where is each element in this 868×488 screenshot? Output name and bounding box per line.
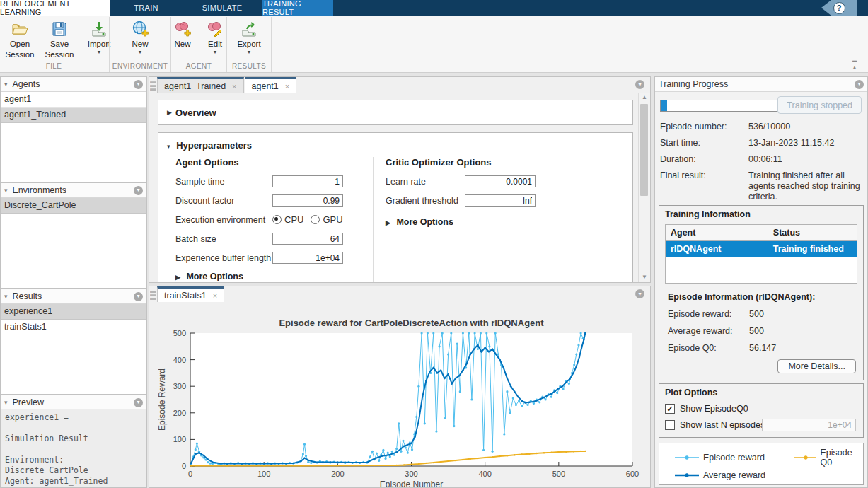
batch-size-field[interactable]: [272, 233, 343, 245]
critic-options-title: Critic Optimizer Options: [386, 157, 562, 168]
doc-tab-agent1-trained[interactable]: agent1_Trained ×: [157, 77, 244, 93]
cpu-radio[interactable]: CPU: [272, 214, 303, 225]
panel-collapse-icon[interactable]: ▾: [134, 292, 143, 301]
group-label-file: FILE: [0, 61, 108, 72]
start-time-row: Start time: 13-Jan-2023 11:15:42: [660, 138, 700, 148]
agents-panel-title: Agents: [13, 79, 134, 89]
panel-collapse-icon[interactable]: ▾: [134, 80, 143, 89]
panel-collapse-icon[interactable]: ▾: [855, 80, 864, 89]
save-session-button[interactable]: Save Session: [40, 18, 79, 61]
legend-line-icon: [675, 454, 699, 461]
collapse-triangle-icon[interactable]: ▾: [4, 81, 8, 88]
drag-grip-icon[interactable]: ▬▬▬: [150, 289, 156, 301]
training-stopped-button[interactable]: Training stopped: [777, 96, 862, 114]
training-information-table[interactable]: Agent Status rlDQNAgent Training finishe…: [665, 224, 857, 284]
legend-container: Episode reward Episode Q0 Average reward: [655, 443, 867, 485]
hyperparameters-section: ▾ Hyperparameters Agent Options Sample t…: [158, 132, 633, 282]
start-time-value: 13-Jan-2023 11:15:42: [748, 138, 865, 148]
episode-number-row: Episode number: 536/10000: [660, 122, 727, 132]
sample-time-label: Sample time: [175, 177, 272, 187]
export-button[interactable]: Export ▼: [229, 18, 269, 61]
svg-text:200: 200: [331, 470, 344, 478]
panel-collapse-icon[interactable]: ▾: [134, 186, 143, 195]
new-agent-button[interactable]: New: [166, 18, 199, 61]
collapse-triangle-icon[interactable]: ▾: [4, 399, 8, 406]
drag-grip-icon[interactable]: ▬▬▬: [150, 80, 156, 91]
list-item-experience1[interactable]: experience1: [1, 304, 146, 320]
close-tab-icon[interactable]: ×: [213, 291, 217, 300]
expand-triangle-icon: ▶: [175, 274, 180, 281]
duration-value: 00:06:11: [748, 154, 865, 164]
help-icon[interactable]: ?: [833, 2, 845, 14]
experience-buffer-length-field[interactable]: [272, 252, 343, 264]
legend-episode-reward[interactable]: Episode reward: [675, 448, 794, 467]
tab-simulate[interactable]: SIMULATE: [182, 0, 262, 16]
table-row[interactable]: rlDQNAgent Training finished: [666, 241, 857, 257]
table-row-empty: [666, 257, 857, 284]
list-item-trainstats1[interactable]: trainStats1: [1, 320, 146, 335]
close-tab-icon[interactable]: ×: [232, 82, 236, 91]
svg-text:Episode Number: Episode Number: [380, 480, 443, 487]
environments-panel-title: Environments: [13, 185, 134, 195]
collapse-ribbon-icon[interactable]: ▔▲: [850, 62, 860, 69]
column-divider: [373, 157, 374, 282]
collapse-triangle-icon[interactable]: ▾: [4, 187, 8, 194]
plot-tab-bar: ▬▬▬ trainStats1 × ▾: [149, 286, 650, 303]
close-tab-icon[interactable]: ×: [285, 82, 289, 91]
doc-tab-trainstats1[interactable]: trainStats1 ×: [157, 286, 224, 302]
radio-selected-icon: [272, 215, 282, 224]
svg-text:400: 400: [173, 356, 186, 364]
scroll-down-icon[interactable]: ▼: [639, 272, 650, 282]
status-cell: Training finished: [768, 241, 857, 257]
average-reward-value: 500: [749, 326, 764, 336]
agent-more-options[interactable]: ▶ More Options: [175, 272, 366, 281]
legend-average-reward[interactable]: Average reward: [675, 470, 794, 480]
scroll-up-icon[interactable]: ▲: [639, 93, 650, 103]
panel-collapse-icon[interactable]: ▾: [134, 398, 143, 407]
panel-collapse-icon[interactable]: ▾: [635, 80, 644, 89]
collapse-triangle-icon[interactable]: ▾: [4, 293, 8, 300]
document-tab-bar: ▬▬▬ agent1_Trained × agent1 × ▾: [149, 77, 650, 93]
scrollbar-thumb[interactable]: [640, 104, 648, 196]
critic-more-options[interactable]: ▶ More Options: [386, 217, 562, 227]
agent1-document: ▶ Overview ▾ Hyperparameters Agent Optio…: [149, 93, 650, 282]
collapse-triangle-icon[interactable]: ▾: [167, 143, 170, 150]
discount-factor-field[interactable]: [272, 194, 343, 207]
preview-content: experience1 = Simulation Result Environm…: [1, 409, 146, 487]
episode-number-value: 536/10000: [748, 122, 865, 132]
gradient-threshold-field[interactable]: [465, 194, 536, 207]
reinforcement-learning-designer-app: REINFORCEMENT LEARNING TRAIN SIMULATE TR…: [0, 0, 868, 488]
panel-collapse-icon[interactable]: ▾: [635, 289, 644, 298]
open-session-button[interactable]: Open Session: [0, 18, 40, 61]
tab-train[interactable]: TRAIN: [110, 0, 182, 16]
last-n-episodes-field[interactable]: [762, 419, 856, 431]
table-header-agent: Agent: [666, 225, 768, 241]
new-environment-button[interactable]: New ▼: [120, 18, 160, 61]
svg-text:100: 100: [173, 435, 186, 443]
open-folder-icon: [11, 20, 29, 38]
svg-text:400: 400: [478, 470, 491, 478]
legend-episode-q0[interactable]: Episode Q0: [794, 448, 863, 467]
show-last-n-episodes-checkbox[interactable]: Show last N episodes: [665, 420, 857, 430]
list-item-agent1[interactable]: agent1: [1, 92, 146, 108]
gpu-radio[interactable]: GPU: [311, 214, 342, 225]
tab-training-result[interactable]: TRAINING RESULT: [262, 0, 333, 16]
agents-panel: ▾ Agents ▾ agent1 agent1_Trained: [0, 76, 147, 182]
show-episodeq0-checkbox[interactable]: ✓ Show EpisodeQ0: [665, 404, 857, 414]
episode-reward-chart[interactable]: Episode reward for CartPoleDiscreteActio…: [149, 302, 650, 487]
svg-text:Episode reward for CartPoleDis: Episode reward for CartPoleDiscreteActio…: [279, 318, 544, 328]
save-icon: [50, 20, 69, 38]
overview-section[interactable]: ▶ Overview: [158, 100, 633, 125]
vertical-scrollbar[interactable]: ▲ ▼: [638, 93, 650, 282]
learn-rate-field[interactable]: [465, 175, 536, 187]
list-item-discrete-cartpole[interactable]: Discrete_CartPole: [1, 198, 146, 214]
list-item-agent1-trained[interactable]: agent1_Trained: [1, 108, 146, 123]
more-details-button[interactable]: More Details...: [777, 359, 856, 373]
sample-time-field[interactable]: [272, 175, 343, 187]
expand-triangle-icon[interactable]: ▶: [167, 109, 172, 116]
tab-reinforcement-learning[interactable]: REINFORCEMENT LEARNING: [0, 0, 110, 16]
episode-reward-row: Episode reward: 500: [668, 309, 857, 319]
average-reward-row: Average reward: 500: [668, 326, 857, 336]
doc-tab-agent1[interactable]: agent1 ×: [245, 77, 297, 93]
dropdown-caret-icon: ▼: [247, 50, 252, 54]
